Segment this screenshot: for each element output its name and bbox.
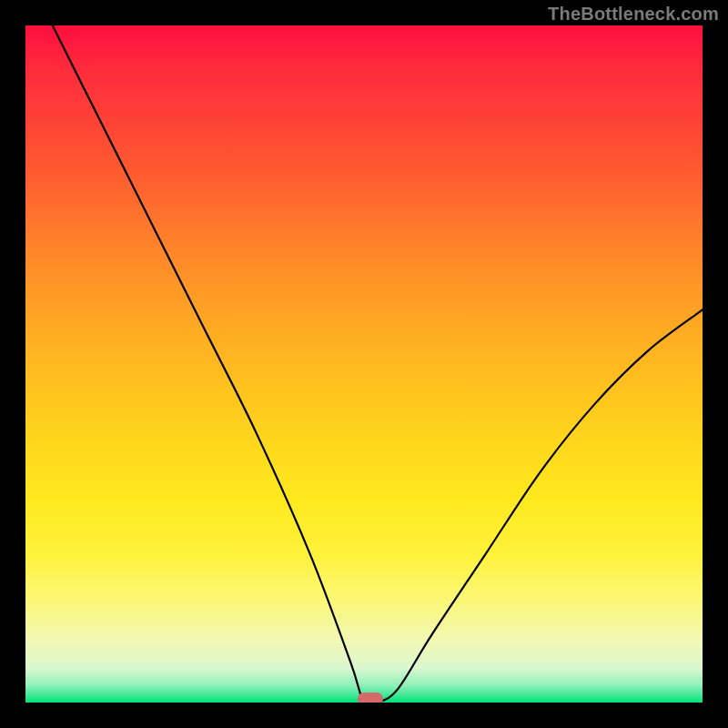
bottleneck-curve (25, 25, 703, 703)
bottleneck-marker (358, 693, 383, 703)
plot-area (25, 25, 703, 703)
chart-frame: TheBottleneck.com (0, 0, 728, 728)
watermark-text: TheBottleneck.com (548, 4, 719, 25)
